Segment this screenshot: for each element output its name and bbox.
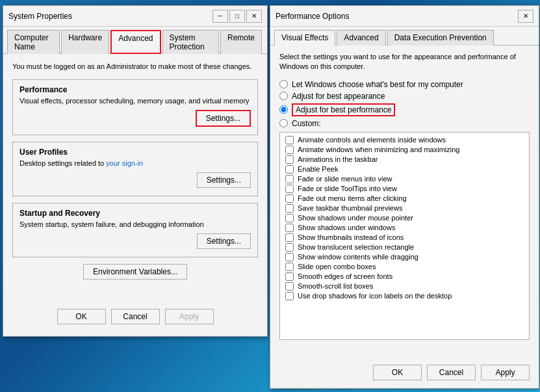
effect-translucent-selection-checkbox[interactable]: [285, 243, 294, 252]
sys-props-ok-button[interactable]: OK: [57, 309, 106, 324]
tab-advanced[interactable]: Advanced: [110, 30, 161, 54]
perf-opts-ok-button[interactable]: OK: [373, 365, 422, 380]
effect-shadows-windows: Show shadows under windows: [285, 223, 524, 233]
perf-opts-tabs: Visual Effects Advanced Data Execution P…: [270, 27, 539, 46]
startup-recovery-label: Startup and Recovery: [19, 209, 251, 218]
effect-shadows-mouse: Show shadows under mouse pointer: [285, 213, 524, 223]
tab-dep[interactable]: Data Execution Prevention: [387, 30, 494, 46]
effect-save-thumbnails: Save taskbar thumbnail previews: [285, 203, 524, 213]
user-profiles-label: User Profiles: [19, 148, 251, 157]
performance-options-window: Performance Options ✕ Visual Effects Adv…: [270, 5, 539, 389]
sign-in-link[interactable]: your sign-in: [106, 159, 143, 167]
perf-opts-close-button[interactable]: ✕: [518, 10, 534, 23]
effect-animate-windows-checkbox[interactable]: [285, 146, 294, 154]
effect-slide-combo-checkbox[interactable]: [285, 263, 294, 271]
tab-visual-effects[interactable]: Visual Effects: [274, 30, 335, 46]
effect-animations-taskbar-checkbox[interactable]: [285, 155, 294, 164]
startup-recovery-settings-button[interactable]: Settings...: [197, 233, 251, 249]
perf-opts-desc: Select the settings you want to use for …: [279, 52, 530, 72]
performance-label: Performance: [19, 85, 251, 94]
sys-props-content: You must be logged on as an Administrato…: [3, 54, 267, 295]
startup-recovery-section: Startup and Recovery System startup, sys…: [12, 203, 258, 257]
effect-thumbnails-icons-checkbox[interactable]: [285, 233, 294, 242]
effect-fade-menus-checkbox[interactable]: [285, 175, 294, 183]
startup-recovery-desc: System startup, system failure, and debu…: [19, 220, 251, 228]
effect-shadows-windows-checkbox[interactable]: [285, 224, 294, 232]
user-profiles-section: User Profiles Desktop settings related t…: [12, 142, 258, 196]
radio-best-appearance: Adjust for best appearance: [279, 92, 530, 101]
tab-system-protection[interactable]: System Protection: [162, 30, 219, 54]
effect-smooth-scroll-checkbox[interactable]: [285, 282, 294, 291]
tab-remote[interactable]: Remote: [220, 30, 262, 54]
system-properties-window: System Properties ─ □ ✕ Computer Name Ha…: [3, 5, 268, 337]
radio-best-performance-input[interactable]: [279, 105, 288, 114]
effect-window-contents-dragging: Show window contents while dragging: [285, 252, 524, 262]
user-profiles-settings-button[interactable]: Settings...: [197, 172, 251, 188]
effect-translucent-selection: Show translucent selection rectangle: [285, 242, 524, 252]
performance-desc: Visual effects, processor scheduling, me…: [19, 97, 251, 105]
effect-shadows-mouse-checkbox[interactable]: [285, 214, 294, 222]
effect-smooth-scroll: Smooth-scroll list boxes: [285, 281, 524, 291]
minimize-button[interactable]: ─: [212, 10, 228, 23]
effect-animations-taskbar: Animations in the taskbar: [285, 155, 524, 164]
perf-opts-cancel-button[interactable]: Cancel: [427, 365, 476, 380]
effect-slide-combo: Slide open combo boxes: [285, 262, 524, 272]
effect-drop-shadows-icons: Use drop shadows for icon labels on the …: [285, 291, 524, 301]
effect-smooth-fonts-checkbox[interactable]: [285, 272, 294, 281]
sys-props-title-buttons: ─ □ ✕: [212, 10, 262, 23]
perf-opts-bottom-buttons: OK Cancel Apply: [270, 361, 539, 384]
environment-variables-button[interactable]: Environment Variables...: [83, 264, 187, 280]
performance-settings-button[interactable]: Settings...: [196, 110, 251, 127]
perf-opts-apply-button[interactable]: Apply: [481, 365, 530, 380]
tab-computer-name[interactable]: Computer Name: [7, 30, 60, 54]
user-profiles-desc: Desktop settings related to your sign-in: [19, 159, 251, 167]
sys-props-bottom-buttons: OK Cancel Apply: [3, 304, 267, 330]
radio-let-windows-input[interactable]: [279, 80, 288, 88]
sys-props-apply-button[interactable]: Apply: [165, 309, 214, 324]
perf-opts-title-buttons: ✕: [518, 10, 534, 23]
radio-custom-input[interactable]: [279, 119, 288, 127]
effect-fade-menu-items: Fade out menu items after clicking: [285, 194, 524, 203]
visual-effects-radio-group: Let Windows choose what's best for my co…: [279, 80, 530, 128]
effect-fade-tooltips-checkbox[interactable]: [285, 185, 294, 193]
radio-best-appearance-input[interactable]: [279, 92, 288, 100]
radio-let-windows: Let Windows choose what's best for my co…: [279, 80, 530, 89]
sys-props-tabs: Computer Name Hardware Advanced System P…: [3, 27, 267, 54]
effect-window-contents-dragging-checkbox[interactable]: [285, 253, 294, 261]
performance-section: Performance Visual effects, processor sc…: [12, 79, 258, 135]
radio-best-performance: Adjust for best performance: [279, 103, 530, 116]
sys-props-cancel-button[interactable]: Cancel: [111, 309, 160, 324]
effect-drop-shadows-icons-checkbox[interactable]: [285, 292, 294, 300]
effect-animate-controls-checkbox[interactable]: [285, 136, 294, 144]
env-variables-row: Environment Variables...: [12, 264, 258, 280]
tab-advanced-perf[interactable]: Advanced: [337, 30, 385, 46]
effects-list[interactable]: Animate controls and elements inside win…: [279, 132, 530, 340]
effect-enable-peek: Enable Peek: [285, 164, 524, 174]
radio-best-performance-label: Adjust for best performance: [292, 103, 395, 116]
admin-notice: You must be logged on as an Administrato…: [12, 62, 258, 72]
effect-animate-controls: Animate controls and elements inside win…: [285, 135, 524, 145]
perf-opts-content: Select the settings you want to use for …: [270, 46, 539, 353]
close-button[interactable]: ✕: [246, 10, 262, 23]
perf-opts-title-bar: Performance Options ✕: [270, 6, 539, 27]
effect-enable-peek-checkbox[interactable]: [285, 165, 294, 174]
maximize-button[interactable]: □: [229, 10, 245, 23]
radio-custom: Custom:: [279, 119, 530, 128]
effect-fade-menus: Fade or slide menus into view: [285, 174, 524, 184]
sys-props-title-bar: System Properties ─ □ ✕: [3, 6, 267, 27]
tab-hardware[interactable]: Hardware: [61, 30, 109, 54]
effect-animate-windows: Animate windows when minimizing and maxi…: [285, 145, 524, 155]
perf-opts-title: Performance Options: [276, 12, 349, 21]
sys-props-title: System Properties: [8, 12, 72, 21]
effect-smooth-fonts: Smooth edges of screen fonts: [285, 272, 524, 281]
effect-thumbnails-icons: Show thumbnails instead of icons: [285, 233, 524, 242]
effect-save-thumbnails-checkbox[interactable]: [285, 204, 294, 213]
effect-fade-menu-items-checkbox[interactable]: [285, 194, 294, 203]
effect-fade-tooltips: Fade or slide ToolTips into view: [285, 184, 524, 194]
